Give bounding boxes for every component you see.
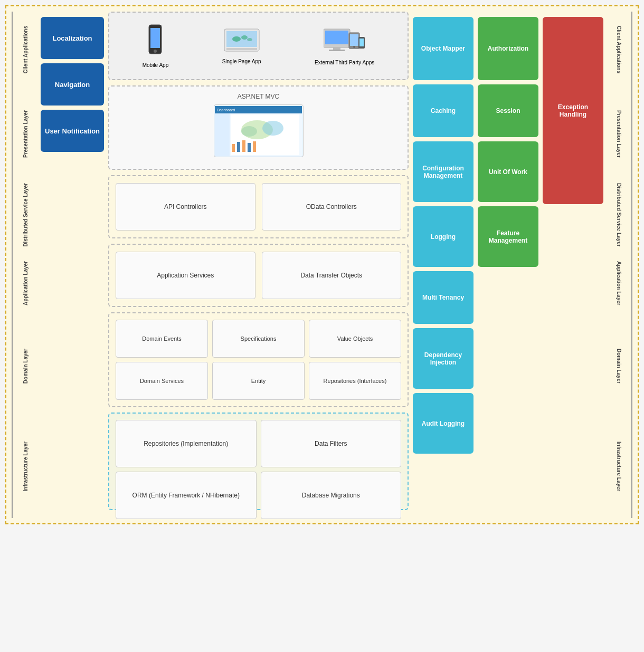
infrastructure-layer: Repositories (Implementation) Data Filte… [108, 413, 409, 510]
distributed-layer: API Controllers OData Controllers [108, 175, 409, 238]
svg-rect-26 [232, 144, 235, 152]
application-layer: Application Services Data Transfer Objec… [108, 244, 409, 307]
main-diagram: Client Applications Presentation Layer D… [5, 5, 639, 524]
domain-row2: Domain Services Entity Repositories (Int… [116, 362, 401, 400]
repositories-impl-box: Repositories (Implementation) [116, 420, 257, 467]
right-label-client-apps: Client Applications [606, 12, 632, 88]
svg-rect-17 [359, 39, 364, 46]
svg-point-6 [232, 36, 241, 42]
svg-rect-29 [248, 143, 251, 152]
svg-point-7 [241, 35, 248, 40]
external-apps-icon [324, 26, 366, 55]
left-blue-column: Localization Navigation User Notificatio… [41, 12, 104, 518]
right-label-distributed: Distributed Service Layer [606, 180, 632, 249]
unit-of-work-card: Unit Of Work [478, 141, 538, 202]
client-apps-layer: Mobile App Single Page App [108, 12, 409, 80]
red-column: Exception Handling [543, 12, 603, 518]
layers-column: Mobile App Single Page App [108, 12, 409, 518]
cyan-column: Object Mapper Caching Configuration Mana… [413, 12, 473, 518]
left-label-application: Application Layer [12, 249, 38, 318]
left-label-presentation: Presentation Layer [12, 88, 38, 180]
domain-row1: Domain Events Specifications Value Objec… [116, 320, 401, 358]
domain-events-box: Domain Events [116, 320, 208, 358]
left-label-client-apps: Client Applications [12, 12, 38, 88]
svg-point-8 [247, 38, 252, 41]
spa-icon [223, 28, 260, 54]
spa-label: Single Page App [222, 59, 261, 64]
content-area: Localization Navigation User Notificatio… [41, 12, 603, 518]
svg-rect-10 [325, 31, 348, 44]
svg-rect-14 [350, 34, 358, 46]
svg-rect-28 [242, 140, 245, 152]
localization-card: Localization [41, 17, 104, 59]
mvc-label: ASP.NET MVC [238, 93, 280, 100]
external-apps-item: External Third Party Apps [315, 26, 374, 65]
mobile-app-item: Mobile App [143, 24, 168, 68]
svg-point-24 [262, 121, 283, 136]
mobile-app-label: Mobile App [143, 62, 168, 68]
logging-card: Logging [413, 206, 473, 267]
svg-point-25 [241, 126, 257, 137]
authorization-card: Authorization [478, 17, 538, 80]
mvc-screenshot: Dashboard [214, 104, 304, 157]
audit-logging-card: Audit Logging [413, 393, 473, 454]
svg-rect-1 [150, 28, 160, 48]
right-label-presentation: Presentation Layer [606, 88, 632, 180]
session-card: Session [478, 84, 538, 137]
right-label-infrastructure: Infrastructure Layer [606, 415, 632, 518]
right-label-application: Application Layer [606, 249, 632, 318]
green-column: Authorization Session Unit Of Work Featu… [478, 12, 538, 518]
svg-rect-21 [215, 113, 230, 156]
user-notification-card: User Notification [41, 110, 104, 152]
presentation-layer: ASP.NET MVC Dashboard [108, 85, 409, 170]
left-label-domain: Domain Layer [12, 318, 38, 415]
mobile-icon [145, 24, 166, 58]
data-transfer-objects-box: Data Transfer Objects [262, 252, 402, 299]
database-migrations-box: Database Migrations [261, 472, 402, 519]
spa-item: Single Page App [222, 28, 261, 64]
api-controllers-box: API Controllers [116, 183, 255, 231]
svg-rect-30 [253, 141, 256, 152]
left-labels: Client Applications Presentation Layer D… [12, 12, 38, 518]
data-filters-box: Data Filters [261, 420, 402, 467]
navigation-card: Navigation [41, 63, 104, 106]
domain-services-box: Domain Services [116, 362, 208, 400]
right-label-domain: Domain Layer [606, 318, 632, 415]
svg-point-2 [154, 50, 157, 53]
right-labels: Client Applications Presentation Layer D… [606, 12, 632, 518]
caching-card: Caching [413, 84, 473, 137]
entity-box: Entity [212, 362, 305, 400]
configuration-management-card: Configuration Management [413, 141, 473, 202]
specifications-box: Specifications [212, 320, 305, 358]
svg-rect-27 [237, 142, 240, 152]
object-mapper-card: Object Mapper [413, 17, 473, 80]
mvc-chart: Dashboard [215, 106, 302, 156]
svg-rect-4 [226, 31, 257, 47]
svg-rect-12 [329, 50, 345, 51]
infra-row1: Repositories (Implementation) Data Filte… [116, 420, 401, 467]
svg-text:Dashboard: Dashboard [217, 108, 235, 112]
exception-handling-card: Exception Handling [543, 17, 603, 204]
svg-rect-5 [226, 48, 257, 50]
dependency-injection-card: Dependency Injection [413, 328, 473, 389]
application-services-box: Application Services [116, 252, 255, 299]
left-label-infrastructure: Infrastructure Layer [12, 415, 38, 518]
orm-box: ORM (Entity Framework / NHibernate) [116, 472, 257, 519]
value-objects-box: Value Objects [309, 320, 401, 358]
external-apps-label: External Third Party Apps [315, 60, 374, 65]
repositories-interfaces-box: Repositories (Interfaces) [309, 362, 401, 400]
left-label-distributed: Distributed Service Layer [12, 180, 38, 249]
infra-row2: ORM (Entity Framework / NHibernate) Data… [116, 472, 401, 519]
odata-controllers-box: OData Controllers [262, 183, 402, 231]
feature-management-card: Feature Management [478, 206, 538, 267]
svg-point-15 [353, 46, 355, 48]
multi-tenancy-card: Multi Tenancy [413, 271, 473, 324]
domain-layer: Domain Events Specifications Value Objec… [108, 312, 409, 407]
